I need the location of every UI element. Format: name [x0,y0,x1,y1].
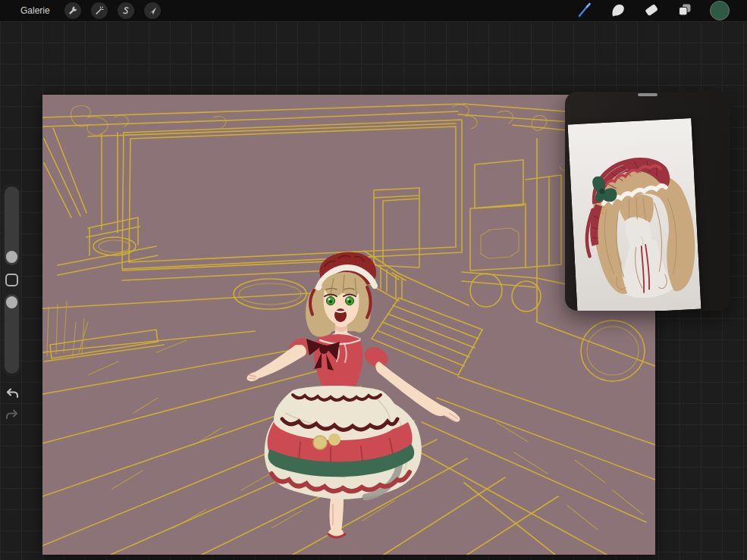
transform-arrow-icon [147,5,158,16]
brush-icon [576,2,593,20]
layers-button[interactable] [676,2,693,19]
reference-photo[interactable] [568,118,701,311]
brush-sidebar [2,183,21,377]
reference-panel[interactable] [565,92,730,311]
workspace [0,21,747,560]
color-swatch-button[interactable] [710,1,730,20]
toolbar-right-group [576,0,730,21]
modify-button[interactable] [5,274,18,286]
procreate-app: Galerie [0,0,747,560]
brush-size-slider[interactable] [5,186,19,265]
redo-icon [4,414,20,425]
opacity-slider[interactable] [5,294,19,374]
undo-icon [4,393,20,404]
eraser-icon [643,2,660,20]
canvas[interactable] [42,95,655,555]
paint-tool-button[interactable] [576,2,593,19]
selection-button[interactable] [118,2,134,19]
brush-size-handle[interactable] [6,251,17,263]
top-toolbar: Galerie [0,0,747,21]
adjustments-button[interactable] [91,2,108,19]
smudge-tool-button[interactable] [610,2,626,19]
undo-button[interactable] [4,385,20,404]
layers-icon [676,2,693,20]
redo-button[interactable] [4,406,20,425]
smudge-icon [610,2,626,20]
eraser-tool-button[interactable] [643,2,660,19]
selection-s-icon [121,5,131,16]
transform-button[interactable] [144,2,161,19]
magic-wand-icon [94,5,105,16]
opacity-handle[interactable] [6,296,17,308]
toolbar-left-group: Galerie [0,2,161,19]
gallery-button[interactable]: Galerie [20,5,50,16]
reference-drag-handle[interactable] [638,93,658,96]
actions-button[interactable] [64,2,81,19]
canvas-artwork [42,95,655,555]
wrench-icon [67,5,78,16]
reference-photo-art [568,118,701,311]
